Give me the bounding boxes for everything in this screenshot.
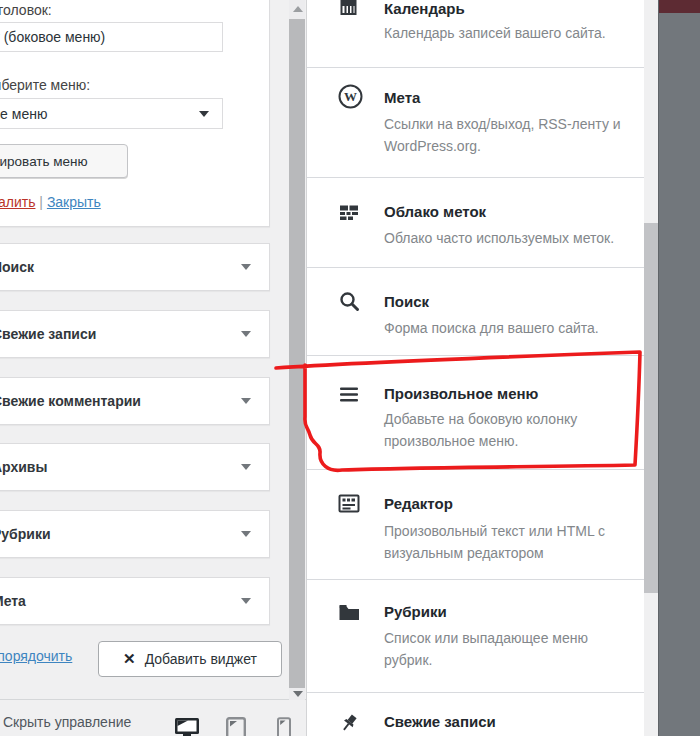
wordpress-customizer-widgets-screen: Заголовок: Выберите меню: Боковое меню Р… [0,0,700,736]
chevron-down-icon [241,464,251,470]
available-widget-tag-cloud[interactable]: Облако меток Облако часто используемых м… [307,178,644,268]
widget-action-links: Удалить | Закрыть [0,194,101,210]
tagcloud-icon [338,202,360,224]
available-widget-calendar[interactable]: Календарь Календарь записей вашего сайта… [307,0,644,68]
chevron-down-icon [199,111,209,117]
category-folder-icon [338,602,360,624]
collapse-controls-link[interactable]: Скрыть управление [3,714,131,730]
calendar-icon [338,0,360,19]
desktop-preview-icon[interactable] [174,717,200,736]
customizer-sidebar: Заголовок: Выберите меню: Боковое меню Р… [0,0,306,736]
widget-title-input[interactable] [0,22,223,52]
sidebar-widget-recent-comments[interactable]: Свежие комментарии [0,377,270,425]
wordpress-icon: W [338,84,360,106]
chevron-down-icon [241,264,251,270]
chevron-down-icon [241,331,251,337]
menu-select[interactable]: Боковое меню [0,98,223,129]
available-widget-categories[interactable]: Рубрики Список или выпадающее меню рубри… [307,580,644,693]
menu-select-value: Боковое меню [0,106,47,122]
close-widget-link[interactable]: Закрыть [47,194,101,210]
editor-icon [338,493,360,515]
available-widget-search[interactable]: Поиск Форма поиска для вашего сайта. [307,268,644,356]
chevron-down-icon [241,598,251,604]
available-widget-text-editor[interactable]: Редактор Произовольный текст или HTML с … [307,470,644,580]
widget-settings-card: Заголовок: Выберите меню: Боковое меню Р… [0,0,270,227]
pushpin-icon [338,712,360,734]
site-preview [658,0,700,736]
menu-select-label: Выберите меню: [0,77,90,93]
chevron-down-icon [241,398,251,404]
available-widget-meta[interactable]: W Мета Ссылки на вход/выход, RSS-ленту и… [307,68,644,178]
reorder-link[interactable]: Упорядочить [0,648,72,664]
sidebar-widget-search[interactable]: Поиск [0,243,270,291]
svg-text:W: W [344,89,357,104]
widget-title-label: Заголовок: [0,2,52,18]
sidebar-widget-recent-posts[interactable]: Свежие записи [0,310,270,358]
phone-preview-icon[interactable] [277,717,291,736]
sidebar-widget-meta[interactable]: Мета [0,577,270,625]
tablet-preview-icon[interactable] [226,717,246,736]
scroll-up-arrow-icon[interactable] [293,6,303,12]
footer-divider [0,699,306,700]
edit-menu-button[interactable]: Редактировать меню [0,144,128,178]
add-widget-button[interactable]: ✕ Добавить виджет [98,641,282,677]
search-icon [338,290,360,312]
available-widget-custom-menu[interactable]: Произвольное меню Добавьте на боковую ко… [307,356,644,470]
available-widgets-panel: Календарь Календарь записей вашего сайта… [306,0,658,736]
chevron-down-icon [241,531,251,537]
scroll-down-arrow-icon[interactable] [293,691,303,697]
link-separator: | [39,194,43,210]
available-widget-recent-posts[interactable]: Свежие записи [307,693,644,736]
menu-icon [338,384,360,406]
sidebar-scrollbar-thumb[interactable] [289,19,305,688]
site-preview-header [659,0,700,13]
panel-scrollbar-thumb[interactable] [644,223,659,593]
delete-widget-link[interactable]: Удалить [0,194,35,210]
close-icon: ✕ [123,650,136,668]
sidebar-widget-categories[interactable]: Рубрики [0,510,270,558]
sidebar-widget-archives[interactable]: Архивы [0,443,270,491]
